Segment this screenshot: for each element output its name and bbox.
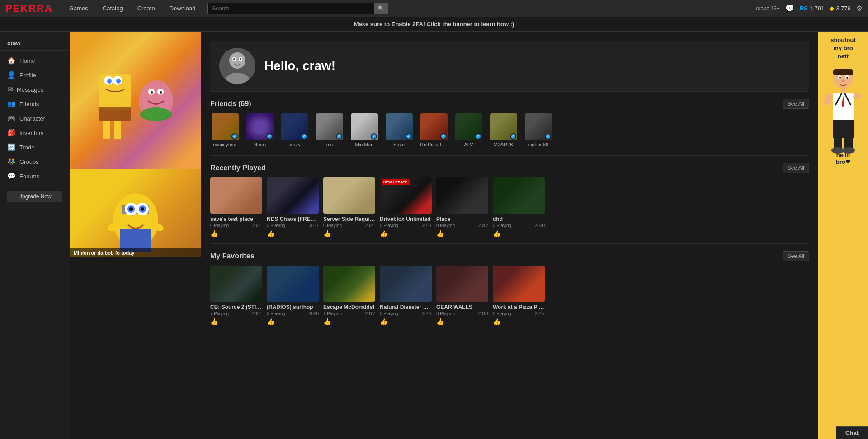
recently-played-grid: save's test place 0 Playing 2021 👍 NDS C… <box>210 177 809 237</box>
game-like[interactable]: 👍 <box>210 230 262 237</box>
friend-item[interactable]: ✓ uighoo88 <box>524 113 553 147</box>
game-year: 2017 <box>309 223 319 228</box>
nav-create[interactable]: Create <box>130 0 162 17</box>
sidebar-item-forums[interactable]: 💬 Forums <box>0 169 70 183</box>
game-thumbnail <box>210 266 262 302</box>
profile-avatar <box>219 48 255 84</box>
sidebar-item-home[interactable]: 🏠 Home <box>0 53 70 68</box>
right-ad: shoutout my bro nett <box>818 32 868 439</box>
game-thumbnail <box>210 177 262 214</box>
banner[interactable]: Make sure to Enable 2FA! Click the banne… <box>0 17 868 32</box>
sidebar-label-character: Character <box>19 115 45 122</box>
friend-item[interactable]: ✓ ThePizzaIsMine <box>419 113 448 147</box>
inventory-icon: 🎒 <box>7 129 16 137</box>
game-year: 2021 <box>252 223 262 228</box>
svg-point-26 <box>229 52 245 69</box>
favorites-see-all[interactable]: See All <box>783 251 809 261</box>
sidebar-item-messages[interactable]: ✉ Messages <box>0 82 70 97</box>
game-title: GEAR WALLS <box>436 304 488 310</box>
game-like[interactable]: 👍 <box>323 318 375 325</box>
sidebar-item-friends[interactable]: 👥 Friends <box>0 97 70 111</box>
ad-line1: shoutout <box>830 37 856 43</box>
friend-name: uighoo88 <box>528 142 548 147</box>
game-year: 2017 <box>478 223 488 228</box>
game-item[interactable]: Escape McDonalds! 1 Playing 2017 👍 <box>323 266 375 325</box>
game-item[interactable]: Work at a Pizza Pla... 0 Playing 2017 👍 <box>493 266 545 325</box>
body-row: craw 🏠 Home 👤 Profile ✉ Messages 👥 Frien… <box>0 32 868 439</box>
svg-point-31 <box>240 58 241 60</box>
game-thumbnail <box>493 177 545 214</box>
friend-item[interactable]: ✓ Save <box>384 113 414 147</box>
game-year: 2020 <box>309 311 319 316</box>
game-item[interactable]: Natural Disaster Su... 0 Playing 2017 👍 <box>380 266 432 325</box>
friend-online-badge: ✓ <box>266 133 273 140</box>
sidebar-item-trade[interactable]: 🔄 Trade <box>0 140 70 154</box>
friend-online-badge: ✓ <box>475 133 481 140</box>
friend-item[interactable]: ✓ f4osis <box>245 113 274 147</box>
game-item[interactable]: dhd 0 Playing 2020 👍 <box>493 177 545 237</box>
game-thumbnail <box>436 177 488 214</box>
recently-played-see-all[interactable]: See All <box>783 163 809 173</box>
sidebar-label-profile: Profile <box>19 72 36 79</box>
svg-point-3 <box>107 79 112 84</box>
game-title: Natural Disaster Su... <box>380 304 432 310</box>
friends-row: ✓ exsixtyfour ✓ f4osis ✓ crazy ✓ Foxel <box>210 113 809 151</box>
search-button[interactable]: 🔍 <box>374 3 388 14</box>
game-item[interactable]: NEW UPDATE! Driveblox Unlimited 0 Playin… <box>380 177 432 237</box>
friends-see-all[interactable]: See All <box>783 99 809 109</box>
groups-icon: 👫 <box>7 158 16 166</box>
game-item[interactable]: Server Side Requir... 0 Playing 2021 👍 <box>323 177 375 237</box>
game-like[interactable]: 👍 <box>323 230 375 237</box>
robux-currency: RS 1,791 <box>800 5 825 12</box>
friend-online-badge: ✓ <box>371 133 377 140</box>
friend-item[interactable]: ✓ MiniMan <box>349 113 379 147</box>
gear-icon[interactable]: ⚙ <box>856 4 863 13</box>
friend-item[interactable]: ✓ ALV <box>454 113 483 147</box>
game-item[interactable]: (RADIOS) surfhop 2 Playing 2020 👍 <box>267 266 319 325</box>
game-playing: 0 Playing <box>436 311 455 316</box>
friend-item[interactable]: ✓ exsixtyfour <box>210 113 240 147</box>
sidebar-item-inventory[interactable]: 🎒 Inventory <box>0 126 70 140</box>
sidebar-item-groups[interactable]: 👫 Groups <box>0 154 70 169</box>
svg-point-38 <box>842 80 844 82</box>
sidebar-item-profile[interactable]: 👤 Profile <box>0 68 70 82</box>
game-item[interactable]: CB: Source 2 (STILL... 7 Playing 2021 👍 <box>210 266 262 325</box>
game-like[interactable]: 👍 <box>493 318 545 325</box>
game-like[interactable]: 👍 <box>493 230 545 237</box>
game-item[interactable]: NDS Chaos [FREE ... 0 Playing 2017 👍 <box>267 177 319 237</box>
game-title: (RADIOS) surfhop <box>267 304 319 310</box>
nav-games[interactable]: Games <box>62 0 95 17</box>
game-playing: 2 Playing <box>267 311 285 316</box>
chat-icon[interactable]: 💬 <box>785 4 794 13</box>
game-item[interactable]: Place 0 Playing 2017 👍 <box>436 177 488 237</box>
nav-catalog[interactable]: Catalog <box>95 0 130 17</box>
friend-item[interactable]: ✓ Foxel <box>315 113 344 147</box>
svg-point-12 <box>160 91 162 94</box>
game-playing: 0 Playing <box>436 223 455 228</box>
game-like[interactable]: 👍 <box>267 318 319 325</box>
game-thumbnail <box>380 266 432 302</box>
game-meta: 0 Playing 2017 <box>267 223 319 228</box>
sidebar-label-trade: Trade <box>19 144 34 151</box>
friend-avatar-wrap: ✓ <box>455 113 482 140</box>
upgrade-button[interactable]: Upgrade Now <box>7 191 62 202</box>
friend-item[interactable]: ✓ crazy <box>280 113 309 147</box>
sidebar-item-character[interactable]: 🎮 Character <box>0 111 70 126</box>
friend-item[interactable]: ✓ M2AR2K <box>489 113 518 147</box>
friend-avatar-wrap: ✓ <box>246 113 274 140</box>
nav-download[interactable]: Download <box>162 0 203 17</box>
chat-button[interactable]: Chat <box>836 426 868 439</box>
game-like[interactable]: 👍 <box>267 230 319 237</box>
search-input[interactable] <box>207 3 374 14</box>
game-like[interactable]: 👍 <box>436 318 488 325</box>
game-like[interactable]: 👍 <box>210 318 262 325</box>
game-thumbnail <box>436 266 488 302</box>
game-item[interactable]: GEAR WALLS 0 Playing 2018 👍 <box>436 266 488 325</box>
favorites-title: My Favorites <box>210 252 255 260</box>
svg-rect-6 <box>103 121 110 139</box>
friend-name: M2AR2K <box>493 142 513 147</box>
game-like[interactable]: 👍 <box>436 230 488 237</box>
game-item[interactable]: save's test place 0 Playing 2021 👍 <box>210 177 262 237</box>
game-like[interactable]: 👍 <box>380 230 432 237</box>
game-like[interactable]: 👍 <box>380 318 432 325</box>
